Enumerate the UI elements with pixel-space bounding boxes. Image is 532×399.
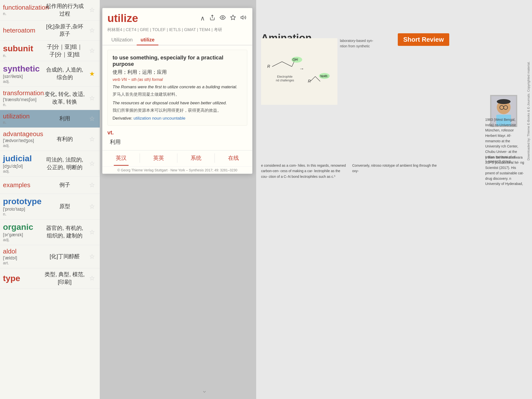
definition-block: to use something, especially for a pract… xyxy=(107,50,247,126)
vocab-item-prototype[interactable]: prototype ['proto'taɪp] n. 原型 ☆ xyxy=(0,194,100,219)
star-icon[interactable]: ☆ xyxy=(89,6,95,14)
footer-tab-xitong[interactable]: 系统 xyxy=(177,150,215,166)
dict-footer-tabs: 英汉 英英 系统 在线 xyxy=(102,150,252,166)
vocab-word: advantageous xyxy=(3,130,43,138)
vocab-translation: [化]丁间醇醛 xyxy=(42,253,87,260)
vocab-word: organic xyxy=(3,222,33,232)
up-arrow-icon[interactable]: ∧ xyxy=(200,15,205,22)
vocab-word: prototype xyxy=(3,197,42,206)
vocab-word: examples xyxy=(3,181,30,189)
vocab-translation: 变化, 转化, 改适, 改革, 转换 xyxy=(42,91,87,106)
star-icon[interactable]: ☆ xyxy=(89,160,95,167)
vocab-item-aldol[interactable]: aldol ['ældɔl] art. [化]丁间醇醛 ☆ xyxy=(0,245,100,268)
vocab-word: heteroatom xyxy=(3,27,35,34)
dict-body: to use something, especially for a pract… xyxy=(102,45,252,150)
svg-text:nd challenges: nd challenges xyxy=(276,79,294,82)
star-icon[interactable]: ☆ xyxy=(89,47,95,54)
audio-icon[interactable] xyxy=(240,15,247,22)
star-icon[interactable]: ☆ xyxy=(89,115,95,122)
vocab-word: subunit xyxy=(3,44,33,53)
scroll-indicator[interactable] xyxy=(202,389,207,394)
definition-main-cn: 使用；利用；运用；应用 xyxy=(113,69,242,75)
star-icon[interactable]: ☆ xyxy=(89,274,95,282)
footer-tab-zaixian[interactable]: 在线 xyxy=(215,150,252,166)
dict-tags: 柯林斯4 | CET4 | GRE | TOLEF | IETLS | GMAT… xyxy=(102,26,252,35)
vocab-translation: 有利的 xyxy=(42,135,87,143)
vocab-item-transformation[interactable]: transformation ['trænsfo'meɪʃon] n. 变化, … xyxy=(0,87,100,110)
short-review-button[interactable]: Short Review xyxy=(398,33,449,46)
vocab-translation: 司法的, 法院的, 公正的, 明断的 xyxy=(42,156,87,171)
vocab-word: utilization xyxy=(3,112,30,120)
svg-marker-2 xyxy=(231,15,235,20)
example-2-cn: 我们所掌握的资源本来可以利用得更好，获得更高的效益。 xyxy=(113,107,242,114)
svg-line-13 xyxy=(310,76,315,81)
vocab-item-examples[interactable]: examples 例子 ☆ xyxy=(0,177,100,194)
vocab-item-synthetic[interactable]: synthetic [sɪn'θetɪk] adj. 合成的, 人造的, 综合的… xyxy=(0,61,100,87)
vocab-word: transformation xyxy=(3,89,44,97)
star-icon[interactable]: ☆ xyxy=(89,228,95,236)
vocab-item-organic[interactable]: organic [ɔr'gænɪk] adj. 器官的, 有机的, 组织的, 建… xyxy=(0,219,100,245)
vocab-item-advantageous[interactable]: advantageous ['ædvon'tedʒos] adj. 有利的 ☆ xyxy=(0,128,100,151)
star-icon[interactable]: ★ xyxy=(89,70,95,77)
vocab-item-type[interactable]: type 类型, 典型, 模范, [印刷] ☆ xyxy=(0,268,100,289)
tab-utilization[interactable]: Utilization xyxy=(107,35,137,45)
vocab-word: synthetic xyxy=(3,64,40,73)
dictionary-popup: utilize ∧ xyxy=(102,8,252,174)
vocab-item-judicial[interactable]: judicial [dʒu'dɪʃol] adj. 司法的, 法院的, 公正的,… xyxy=(0,151,100,177)
svg-line-6 xyxy=(282,62,292,67)
vocab-phonetic: ['ældɔl] xyxy=(3,255,42,261)
vocab-phonetic: [ɔr'gænɪk] xyxy=(3,232,42,237)
vocab-panel: functionalization n. 起作用的行为或过程 ☆ heteroa… xyxy=(0,0,100,399)
right-panel: Short Review Amination R OH OH → R NHR N… xyxy=(256,0,532,399)
vocab-pos: n. xyxy=(3,212,42,217)
side-text-container: Downloaded by: Thieme E-Books & E-Journa… xyxy=(526,49,531,173)
derivative-link[interactable]: utilization noun uncountable xyxy=(133,116,185,121)
vocab-phonetic: [dʒu'dɪʃol] xyxy=(3,163,42,169)
author-info-text: 1983 (West Bengal, India) ns-Universität… xyxy=(485,117,525,187)
vocab-item-subunit[interactable]: subunit n. 子[分｜亚]组｜子[分｜亚]组 ☆ xyxy=(0,41,100,61)
vocab-translation: 合成的, 人造的, 综合的 xyxy=(42,66,87,81)
vocab-translation: 例子 xyxy=(42,181,87,189)
definition-main-en: to use something, especially for a pract… xyxy=(113,54,242,67)
vocab-pos: n. xyxy=(3,102,42,107)
vocab-item-heteroatom[interactable]: heteroatom [化]杂原子,杂环原子 ☆ xyxy=(0,20,100,41)
vocab-pos: art. xyxy=(3,261,42,266)
footer-tab-enyihan[interactable]: 英汉 xyxy=(102,150,140,166)
vocab-word: aldol xyxy=(3,248,17,255)
footer-tab-yingying[interactable]: 英英 xyxy=(140,150,177,166)
star-icon[interactable]: ☆ xyxy=(89,203,95,210)
bookmark-icon[interactable] xyxy=(230,15,236,22)
vocab-word: type xyxy=(3,273,20,283)
star-icon[interactable]: ☆ xyxy=(89,27,95,34)
svg-line-5 xyxy=(272,62,282,67)
share-icon[interactable] xyxy=(209,15,215,22)
photo-caption: y from Sri Venkateswara s research group… xyxy=(485,155,525,163)
eye-icon[interactable] xyxy=(220,15,226,22)
star-icon[interactable]: ☆ xyxy=(89,253,95,260)
vocab-phonetic: ['ædvon'tedʒos] xyxy=(3,138,42,143)
example-1-en: The Romans were the first to utilize con… xyxy=(113,84,242,90)
body-text-left: laboratory-based syn- ntion from synthet… xyxy=(340,38,379,49)
vocab-translation: 子[分｜亚]组｜子[分｜亚]组 xyxy=(42,43,87,58)
tab-utilize[interactable]: utilize xyxy=(137,35,159,45)
vt-section: vt. 利用 xyxy=(107,129,247,146)
example-2-en: The resources at our disposal could have… xyxy=(113,100,242,106)
vocab-item-functionalization[interactable]: functionalization n. 起作用的行为或过程 ☆ xyxy=(0,0,100,20)
vocab-translation: 类型, 典型, 模范, [印刷] xyxy=(42,271,87,286)
vocab-item-utilization[interactable]: utilization n. 利用 ☆ ◀ xyxy=(0,110,100,128)
vocab-translation: 原型 xyxy=(42,203,87,210)
example-1-cn: 罗马人首先使用混凝土做建筑材料。 xyxy=(113,91,242,98)
svg-point-1 xyxy=(222,17,223,18)
vt-meaning: 利用 xyxy=(107,138,247,146)
reaction-diagram: R OH OH → R NHR NHR Electrophile nd chal… xyxy=(261,38,337,105)
star-icon[interactable]: ☆ xyxy=(89,94,95,102)
derivative: Derivative: utilization noun uncountable xyxy=(113,116,242,121)
vocab-translation: 利用 xyxy=(42,115,87,123)
star-icon[interactable]: ☆ xyxy=(89,135,95,143)
vocab-pos: adj. xyxy=(3,79,42,84)
star-icon[interactable]: ☆ xyxy=(89,181,95,189)
vocab-word: functionalization xyxy=(3,4,49,11)
svg-text:R: R xyxy=(267,64,270,69)
dict-word: utilize xyxy=(107,12,138,24)
svg-text:→: → xyxy=(299,66,304,71)
